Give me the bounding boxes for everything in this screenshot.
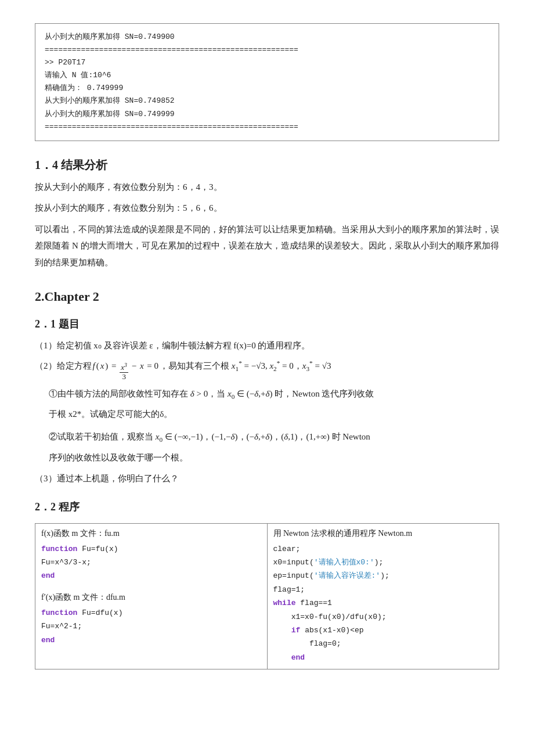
code-line: end: [41, 633, 261, 647]
str-ep: '请输入容许误差:': [314, 571, 380, 580]
code-cell-left: f(x)函数 m 文件：fu.m function Fu=fu(x) Fu=x^…: [35, 523, 268, 669]
section-2-1-title: 2．1 题目: [35, 317, 499, 331]
kw-end-2: end: [41, 636, 55, 645]
left-header-1: f(x)函数 m 文件：fu.m: [41, 528, 261, 539]
problem-2-prefix: （2）给定方程: [35, 357, 92, 375]
kw-if: if: [291, 626, 301, 635]
terminal-line-3: >> P20T17: [45, 56, 489, 69]
right-code-block: clear; x0=input('请输入初值x0:'); ep=input('请…: [273, 542, 493, 665]
problem-block: （1）给定初值 x₀ 及容许误差 ε，编制牛顿法解方程 f(x)=0 的通用程序…: [35, 337, 499, 487]
code-line: clear;: [273, 542, 493, 556]
code-line: if abs(x1-x0)<ep: [273, 624, 493, 637]
problem-circle-2-cont: 序列的收敛性以及收敛于哪一个根。: [49, 449, 499, 466]
code-line: function Fu=dfu(x): [41, 606, 261, 620]
kw-function-1: function: [41, 545, 77, 553]
problem-2: （2）给定方程 f(x) = x3 3 − x = 0 ，易知其有三个根 x1*…: [35, 357, 499, 380]
code-line: Fu=x^3/3-x;: [41, 556, 261, 569]
left-code-block-2: function Fu=dfu(x) Fu=x^2-1; end: [41, 606, 261, 647]
problem-2-suffix: ，易知其有三个根 x1* = −√3, x2* = 0，x3* = √3: [160, 357, 331, 376]
terminal-line-4: 请输入 N 值:10^6: [45, 69, 489, 82]
problem-3: （3）通过本上机题，你明白了什么？: [35, 470, 499, 487]
section-1-4-para2: 按从小到大的顺序，有效位数分别为：5，6，6。: [35, 200, 499, 217]
right-header: 用 Newton 法求根的通用程序 Newton.m: [273, 528, 493, 539]
code-line: end: [273, 651, 493, 664]
code-line: while flag==1: [273, 596, 493, 610]
section-1-4-title: 1．4 结果分析: [35, 157, 499, 173]
section-1-4-para1: 按从大到小的顺序，有效位数分别为：6，4，3。: [35, 179, 499, 196]
section-2-title: 2.Chapter 2: [35, 289, 499, 304]
problem-circle-2: ②试取若干初始值，观察当 x0 ∈ (−∞,−1)，(−1,−δ)，(−δ,+δ…: [49, 429, 499, 446]
section-2-2-title: 2．2 程序: [35, 500, 499, 514]
problem-circle-1-cont: 于根 x2*。试确定尽可能大的δ。: [49, 405, 499, 423]
terminal-line-8: ========================================…: [45, 121, 489, 134]
equals-sign: =: [109, 357, 118, 375]
code-line: Fu=x^2-1;: [41, 620, 261, 633]
kw-end-1: end: [41, 571, 55, 580]
code-line: x1=x0-fu(x0)/dfu(x0);: [273, 610, 493, 624]
code-line: flag=1;: [273, 583, 493, 596]
str-x0: '请输入初值x0:': [314, 558, 374, 567]
terminal-line-2: ========================================…: [45, 44, 489, 56]
terminal-line-6: 从大到小的顺序累加得 SN=0.749852: [45, 95, 489, 107]
code-line: x0=input('请输入初值x0:');: [273, 556, 493, 569]
code-line: ep=input('请输入容许误差:');: [273, 569, 493, 582]
code-line: flag=0;: [273, 637, 493, 650]
terminal-line-7: 从小到大的顺序累加得 SN=0.749999: [45, 108, 489, 121]
kw-end-3: end: [291, 653, 305, 662]
frac-x3-3: x3 3: [120, 362, 128, 381]
problem-circle-1: ①由牛顿方法的局部收敛性可知存在 δ > 0，当 x0 ∈ (−δ,+δ) 时，…: [49, 386, 499, 403]
terminal-output: 从小到大的顺序累加得 SN=0.749900 =================…: [35, 23, 499, 141]
section-1-4-para3: 可以看出，不同的算法造成的误差限是不同的，好的算法可以让结果更加精确。当采用从大…: [35, 221, 499, 271]
problem-2-fx: f: [93, 357, 95, 375]
problem-1: （1）给定初值 x₀ 及容许误差 ε，编制牛顿法解方程 f(x)=0 的通用程序…: [35, 337, 499, 354]
code-table: f(x)函数 m 文件：fu.m function Fu=fu(x) Fu=x^…: [35, 523, 499, 670]
terminal-line-1: 从小到大的顺序累加得 SN=0.749900: [45, 31, 489, 44]
left-code-block-1: function Fu=fu(x) Fu=x^3/3-x; end: [41, 542, 261, 583]
code-line: end: [41, 569, 261, 582]
kw-function-2: function: [41, 609, 77, 617]
kw-while: while: [273, 599, 296, 607]
code-line: function Fu=fu(x): [41, 542, 261, 556]
code-cell-right: 用 Newton 法求根的通用程序 Newton.m clear; x0=inp…: [267, 523, 499, 669]
terminal-line-5: 精确值为： 0.749999: [45, 82, 489, 95]
left-header-2: f′(x)函数 m 文件：dfu.m: [41, 592, 261, 603]
